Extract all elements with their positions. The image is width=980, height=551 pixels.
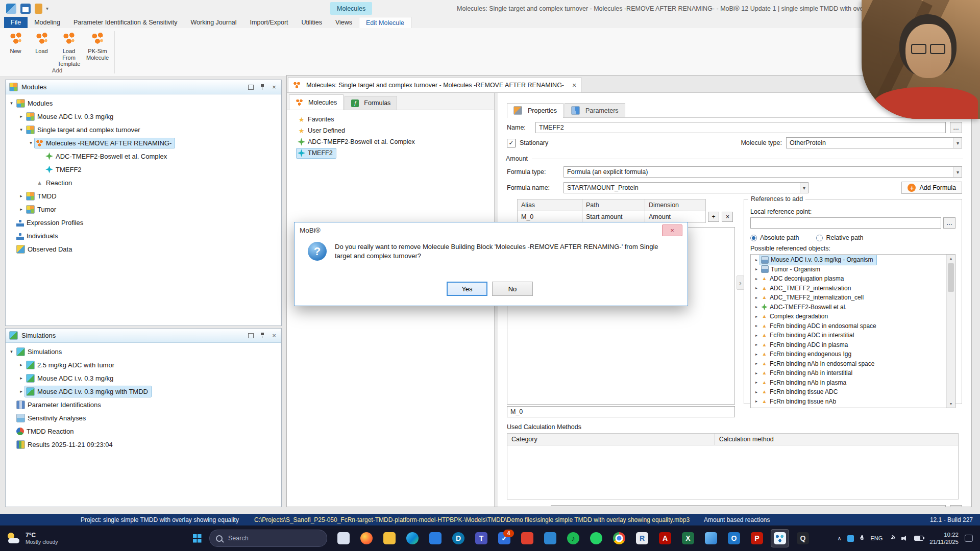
expand-icon[interactable]: ▸ bbox=[17, 114, 25, 119]
dock-icon[interactable] bbox=[247, 84, 254, 91]
expand-icon[interactable]: ▸ bbox=[753, 390, 760, 394]
tree-item-adc-tmeff2-internalization-cell[interactable]: ▸▲ADC_TMEFF2_internalization_cell bbox=[751, 293, 947, 303]
tree-item-mouse-adc-i-v-0-3-mg-kg[interactable]: ▸Mouse ADC i.v. 0.3 mg/kg bbox=[6, 371, 281, 385]
tab-formulas[interactable]: ƒ Formulas bbox=[345, 96, 397, 110]
contextual-tab-molecules[interactable]: Molecules bbox=[330, 2, 372, 15]
tree-item-fcrn-binding-nab-in-plasma[interactable]: ▸▲FcRn binding nAb in plasma bbox=[751, 378, 947, 388]
taskbar-todo-check[interactable]: ✓4 bbox=[495, 529, 513, 547]
tray-chevron-icon[interactable]: ∧ bbox=[837, 535, 841, 542]
dialog-close-icon[interactable]: × bbox=[662, 224, 682, 236]
ribbon-tab-utilities[interactable]: Utilities bbox=[295, 17, 329, 28]
tree-item-mouse-adc-i-v-0-3-mg-kg[interactable]: ▸Mouse ADC i.v. 0.3 mg/kg bbox=[6, 110, 281, 123]
taskbar-outlook[interactable]: O bbox=[725, 529, 743, 547]
tree-item-modules[interactable]: ▾Modules bbox=[6, 96, 281, 110]
tree-item-observed-data[interactable]: Observed Data bbox=[6, 242, 281, 256]
taskbar-teams[interactable]: T bbox=[472, 529, 491, 547]
close-tab-icon[interactable]: × bbox=[572, 81, 576, 89]
taskbar-clock[interactable]: 10:22 21/11/2025 bbox=[929, 531, 959, 546]
taskbar-firefox[interactable] bbox=[357, 529, 376, 547]
taskbar-chrome[interactable] bbox=[610, 529, 628, 547]
tree-item-fcrn-binding-tissue-toxophore[interactable]: ▸▲FcRn binding tissue Toxophore bbox=[751, 406, 947, 408]
simulations-panel-header[interactable]: Simulations × bbox=[6, 329, 281, 343]
tree-item-fcrn-binding-endogenous-igg[interactable]: ▸▲FcRn binding endogenous Igg bbox=[751, 349, 947, 359]
ribbon-button-new[interactable]: New bbox=[3, 29, 28, 68]
absolute-path-radio[interactable] bbox=[750, 235, 757, 241]
taskbar-r-project[interactable]: R bbox=[633, 529, 651, 547]
tree-item-parameter-identifications[interactable]: Parameter Identifications bbox=[6, 398, 281, 411]
relative-path-radio[interactable] bbox=[816, 235, 823, 241]
tree-item-tmdd[interactable]: ▸TMDD bbox=[6, 189, 281, 203]
ribbon-button-pk-sim-molecule[interactable]: PK-Sim Molecule bbox=[84, 29, 111, 68]
taskbar-file-explorer[interactable] bbox=[334, 529, 353, 547]
tree-item-sensitivity-analyses[interactable]: Sensitivity Analyses bbox=[6, 411, 281, 424]
expand-icon[interactable]: ▸ bbox=[753, 371, 760, 375]
language-indicator[interactable]: ENG bbox=[870, 535, 883, 541]
tree-item-tmeff2[interactable]: TMEFF2 bbox=[287, 147, 494, 159]
modules-panel-header[interactable]: Modules × bbox=[6, 80, 281, 94]
tree-item-results-2025-11-21-09-23-04[interactable]: Results 2025-11-21 09:23:04 bbox=[6, 438, 281, 451]
tree-item-reaction[interactable]: ▲Reaction bbox=[6, 176, 281, 189]
no-button[interactable]: No bbox=[492, 282, 533, 296]
taskbar-spotify[interactable]: ♪ bbox=[564, 529, 582, 547]
tree-item-tmdd-reaction[interactable]: TMDD Reaction bbox=[6, 424, 281, 438]
tree-item-adc-deconjugation-plasma[interactable]: ▸▲ADC deconjugation plasma bbox=[751, 274, 947, 284]
tree-item-fcrn-binding-nab-in-endosomal-space[interactable]: ▸▲FcRn binding nAb in endosomal space bbox=[751, 359, 947, 369]
tree-item-adc-tmeff2-boswell-et-al[interactable]: ▸ADC-TMEFF2-Boswell et al. bbox=[751, 303, 947, 312]
collapse-icon[interactable]: ▾ bbox=[17, 127, 25, 132]
ribbon-tab-edit-molecule[interactable]: Edit Molecule bbox=[359, 17, 411, 28]
quick-access-dropdown-icon[interactable]: ▾ bbox=[46, 6, 48, 11]
tree-item-mouse-adc-i-v-0-3-mg-kg-with-tmdd[interactable]: ▸Mouse ADC i.v. 0.3 mg/kg with TMDD bbox=[6, 385, 281, 398]
references-scrollbar[interactable]: ▴ ▾ bbox=[946, 255, 955, 408]
expand-icon[interactable]: ▸ bbox=[17, 362, 25, 367]
taskbar-photos[interactable] bbox=[702, 529, 720, 547]
expand-icon[interactable]: ▸ bbox=[753, 361, 760, 366]
taskbar-folder[interactable] bbox=[380, 529, 399, 547]
tray-app-icon[interactable] bbox=[847, 535, 854, 542]
ribbon-button-load-from-template[interactable]: Load From Template bbox=[55, 29, 83, 68]
formula-name-select[interactable]: STARTAMOUNT_Protein ▾ bbox=[564, 182, 808, 193]
tree-item-fcrn-binding-tissue-adc[interactable]: ▸▲FcRn binding tissue ADC bbox=[751, 387, 947, 397]
search-input[interactable] bbox=[227, 534, 306, 542]
ribbon-tab-file[interactable]: File bbox=[4, 17, 28, 28]
ribbon-tab-modeling[interactable]: Modeling bbox=[28, 17, 67, 28]
stationary-checkbox[interactable]: ✓ bbox=[507, 139, 516, 147]
formula-string-field[interactable]: M_0 bbox=[507, 406, 735, 417]
tab-properties[interactable]: Properties bbox=[507, 103, 564, 118]
tree-item-tumor-organism[interactable]: ▸Tumor - Organism bbox=[751, 265, 947, 274]
taskbar-sheets-blue[interactable] bbox=[541, 529, 559, 547]
local-reference-field[interactable] bbox=[750, 217, 941, 229]
expand-icon[interactable]: ▸ bbox=[17, 207, 25, 212]
expand-icon[interactable]: ▸ bbox=[17, 389, 25, 394]
expand-icon[interactable]: ▸ bbox=[753, 267, 760, 271]
ribbon-tab-import-export[interactable]: Import/Export bbox=[243, 17, 295, 28]
expand-icon[interactable]: ▸ bbox=[753, 305, 760, 309]
ribbon-button-load[interactable]: Load bbox=[29, 29, 54, 68]
yes-button[interactable]: Yes bbox=[447, 282, 487, 296]
taskbar-whatsapp[interactable] bbox=[587, 529, 605, 547]
expand-icon[interactable]: ▸ bbox=[753, 352, 760, 357]
add-alias-button[interactable]: + bbox=[708, 212, 719, 222]
add-formula-button[interactable]: + Add Formula bbox=[901, 182, 962, 194]
tree-item-tumor[interactable]: ▸Tumor bbox=[6, 203, 281, 216]
window-titlebar[interactable]: ▾ Molecules Molecules: Single target and… bbox=[0, 0, 980, 17]
tree-item-individuals[interactable]: Individuals bbox=[6, 229, 281, 242]
dock-icon[interactable] bbox=[247, 332, 254, 339]
collapse-icon[interactable]: ▾ bbox=[27, 140, 35, 145]
taskbar-acrobat[interactable]: A bbox=[656, 529, 674, 547]
molecule-type-select[interactable]: OtherProtein ▾ bbox=[786, 137, 962, 148]
tree-item-mouse-adc-i-v-0-3-mg-kg-organism[interactable]: ▸Mouse ADC i.v. 0.3 mg/kg - Organism bbox=[751, 255, 947, 265]
expand-icon[interactable]: ▸ bbox=[753, 258, 760, 262]
tree-item-adc-tmeff2-boswell-et-al-complex[interactable]: ADC-TMEFF2-Boswell et al. Complex bbox=[6, 149, 281, 163]
expand-icon[interactable]: ▸ bbox=[753, 342, 760, 347]
battery-icon[interactable] bbox=[914, 536, 923, 541]
expand-icon[interactable]: ▸ bbox=[753, 314, 760, 319]
taskbar-media-red[interactable] bbox=[518, 529, 536, 547]
scroll-up-icon[interactable]: ▴ bbox=[950, 255, 952, 262]
name-ellipsis-button[interactable]: … bbox=[950, 122, 962, 133]
export-icon[interactable] bbox=[35, 4, 42, 14]
start-button[interactable] bbox=[188, 529, 206, 547]
tree-item-favorites[interactable]: ★Favorites bbox=[287, 114, 494, 125]
tree-item-complex-degradation[interactable]: ▸▲Complex degradation bbox=[751, 312, 947, 321]
taskbar-edge-browser[interactable] bbox=[403, 529, 422, 547]
notification-icon[interactable] bbox=[965, 535, 973, 542]
